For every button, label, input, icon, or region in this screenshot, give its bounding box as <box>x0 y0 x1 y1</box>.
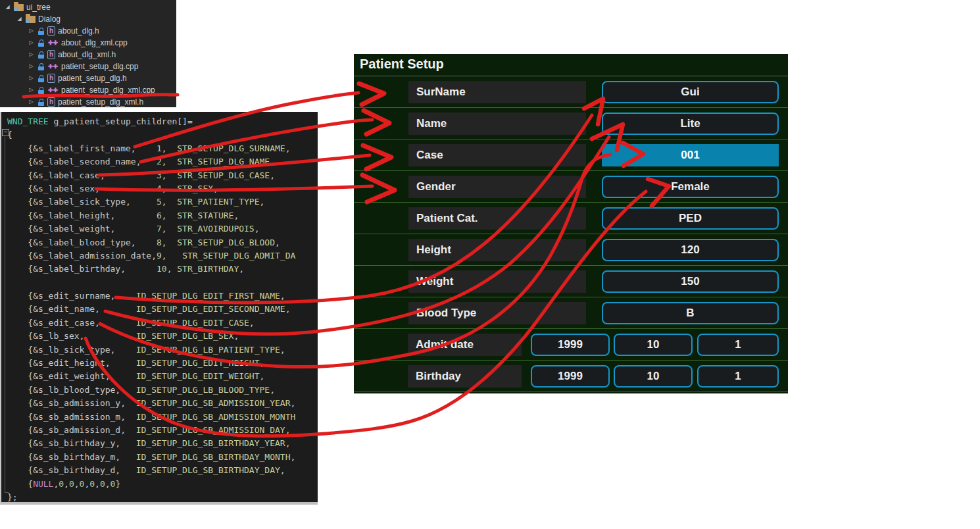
code-token: {&s_lb_blood_type, <box>7 385 136 395</box>
code-token: , <box>260 358 265 368</box>
tree-item-about_dlg_xml.cpp[interactable]: ▷✚✚about_dlg_xml.cpp <box>0 37 176 49</box>
tree-item-about_dlg_xml.h[interactable]: ▷habout_dlg_xml.h <box>0 49 176 61</box>
expander-collapsed-icon[interactable]: ▷ <box>28 72 35 84</box>
code-line: {&s_edit_weight, ID_SETUP_DLG_EDIT_WEIGH… <box>7 370 295 383</box>
tree-item-ui_tree[interactable]: ◢ui_tree <box>0 1 176 13</box>
code-token: 0 <box>69 479 74 489</box>
code-line: {&s_label_case, 3, STR_SETUP_DLG_CASE, <box>7 169 295 182</box>
code-lines: WND_TREE g_patient_setup_children[]={ {&… <box>7 115 295 504</box>
field-label-admit-date: Admit date <box>408 334 522 356</box>
title-separator <box>354 76 788 76</box>
code-token: STR_SETUP_DLG_NAME <box>177 157 270 166</box>
code-editor[interactable]: – WND_TREE g_patient_setup_children[]={ … <box>0 112 318 505</box>
code-token: 10 <box>157 264 167 274</box>
code-token: , <box>280 465 285 475</box>
tree-item-patient_setup_dlg_xml.cpp[interactable]: ▷✚✚patient_setup_dlg_xml.cpp <box>0 84 176 96</box>
tree-item-label: patient_setup_dlg.h <box>58 74 127 83</box>
code-token: , <box>95 479 100 489</box>
cpp-file-icon: ✚✚ <box>47 63 59 70</box>
code-line: WND_TREE g_patient_setup_children[]= <box>7 115 295 128</box>
expander-collapsed-icon[interactable]: ▷ <box>28 96 35 108</box>
code-line: {&s_label_second_name, 2, STR_SETUP_DLG_… <box>7 155 295 168</box>
code-token: } <box>115 479 120 489</box>
lock-icon <box>37 39 45 47</box>
code-token: {&s_edit_case, <box>7 318 136 328</box>
code-token: {&s_label_second_name, <box>7 157 157 166</box>
fold-guide-line <box>5 137 5 492</box>
code-line: {&s_label_weight, 7, STR_AVOIRDUPOIS, <box>7 222 295 236</box>
row-separator <box>354 360 788 361</box>
code-token: ID_SETUP_DLG_EDIT_HEIGHT <box>136 358 260 368</box>
screenshot-stage: ◢ui_tree◢Dialog▷habout_dlg.h▷✚✚about_dlg… <box>0 0 980 529</box>
code-line: {&s_label_first_name, 1, STR_SETUP_DLG_S… <box>7 142 295 155</box>
value-box-height[interactable]: 120 <box>602 239 779 261</box>
code-token: 3 <box>157 170 162 180</box>
code-token: {&s_label_weight, <box>7 224 157 234</box>
code-token: NULL <box>33 479 53 489</box>
code-token: , <box>162 224 177 234</box>
row-separator <box>354 297 788 297</box>
field-label-surname: SurName <box>408 81 586 103</box>
code-token: 6 <box>157 211 162 220</box>
code-token: , <box>290 398 295 408</box>
code-token: {&s_label_birthday, <box>7 264 157 274</box>
code-line: {&s_lb_sex, ID_SETUP_DLG_LB_SEX, <box>7 330 295 343</box>
code-token: {&s_label_first_name, <box>7 143 157 153</box>
value-box-weight[interactable]: 150 <box>602 270 779 293</box>
tree-item-Dialog[interactable]: ◢Dialog <box>0 13 176 25</box>
code-token: , <box>249 318 255 328</box>
code-line: {NULL,0,0,0,0,0,0} <box>7 478 295 491</box>
code-token: , <box>285 304 291 314</box>
expander-collapsed-icon[interactable]: ▷ <box>28 84 35 96</box>
spinbox-admit-date-1[interactable]: 10 <box>614 334 693 356</box>
code-token: , <box>260 371 265 381</box>
value-box-case[interactable]: 001 <box>602 144 779 166</box>
spinbox-admit-date-0[interactable]: 1999 <box>531 334 610 356</box>
code-token: {&s_sb_birthday_d, <box>7 465 136 475</box>
value-box-patient-cat-[interactable]: PED <box>602 207 779 230</box>
code-token: {&s_sb_admission_d, <box>7 425 136 435</box>
value-box-gender[interactable]: Female <box>602 176 779 198</box>
code-token: , <box>285 143 291 153</box>
field-label-birthday: Birthday <box>408 365 522 388</box>
code-token: {&s_sb_admission_y, <box>7 398 136 408</box>
code-token: {&s_label_admission_date, <box>7 251 157 261</box>
expander-expanded-icon[interactable]: ◢ <box>4 1 11 13</box>
expander-collapsed-icon[interactable]: ▷ <box>28 25 35 37</box>
tree-item-patient_setup_dlg.cpp[interactable]: ▷✚✚patient_setup_dlg.cpp <box>0 61 176 72</box>
code-token: STR_SEX <box>177 184 213 193</box>
spinbox-birthday-0[interactable]: 1999 <box>531 365 610 388</box>
code-line: {&s_edit_name, ID_SETUP_DLG_EDIT_SECOND_… <box>7 303 295 316</box>
expander-collapsed-icon[interactable]: ▷ <box>28 49 35 61</box>
code-line: {&s_sb_birthday_d, ID_SETUP_DLG_SB_BIRTH… <box>7 464 295 477</box>
code-fold-marker[interactable]: – <box>2 129 9 136</box>
code-token: ID_SETUP_DLG_SB_ADMISSION_MONTH <box>136 412 296 422</box>
code-token: ID_SETUP_DLG_SB_BIRTHDAY_DAY <box>136 465 280 475</box>
value-box-surname[interactable]: Gui <box>602 81 779 103</box>
expander-collapsed-icon[interactable]: ▷ <box>28 61 35 72</box>
expander-expanded-icon[interactable]: ◢ <box>16 13 23 25</box>
tree-item-patient_setup_dlg.h[interactable]: ▷hpatient_setup_dlg.h <box>0 72 176 84</box>
value-box-name[interactable]: Lite <box>602 113 779 135</box>
code-token: {&s_label_sick_type, <box>7 197 157 207</box>
spinbox-birthday-2[interactable]: 1 <box>697 365 779 388</box>
tree-item-label: ui_tree <box>26 3 51 12</box>
code-line: {&s_label_blood_type, 8, STR_SETUP_DLG_B… <box>7 236 295 249</box>
spinbox-admit-date-2[interactable]: 1 <box>697 334 779 356</box>
code-token: , <box>285 438 291 448</box>
cpp-file-icon: ✚✚ <box>47 39 59 46</box>
code-token: , <box>270 170 275 180</box>
spinbox-birthday-1[interactable]: 10 <box>614 365 693 388</box>
code-token: ID_SETUP_DLG_EDIT_SECOND_NAME <box>136 304 285 314</box>
code-line: { <box>7 128 295 141</box>
tree-item-about_dlg.h[interactable]: ▷habout_dlg.h <box>0 25 176 37</box>
field-label-weight: Weight <box>408 270 586 293</box>
code-line <box>7 276 295 290</box>
code-token: , <box>162 184 177 193</box>
code-token: {&s_label_height, <box>7 211 157 220</box>
tree-item-patient_setup_dlg_xml.h[interactable]: ▷hpatient_setup_dlg_xml.h <box>0 96 176 108</box>
row-separator <box>354 170 788 171</box>
value-box-blood-type[interactable]: B <box>602 302 779 324</box>
expander-collapsed-icon[interactable]: ▷ <box>28 37 35 49</box>
code-token: ID_SETUP_DLG_EDIT_CASE <box>136 318 249 328</box>
